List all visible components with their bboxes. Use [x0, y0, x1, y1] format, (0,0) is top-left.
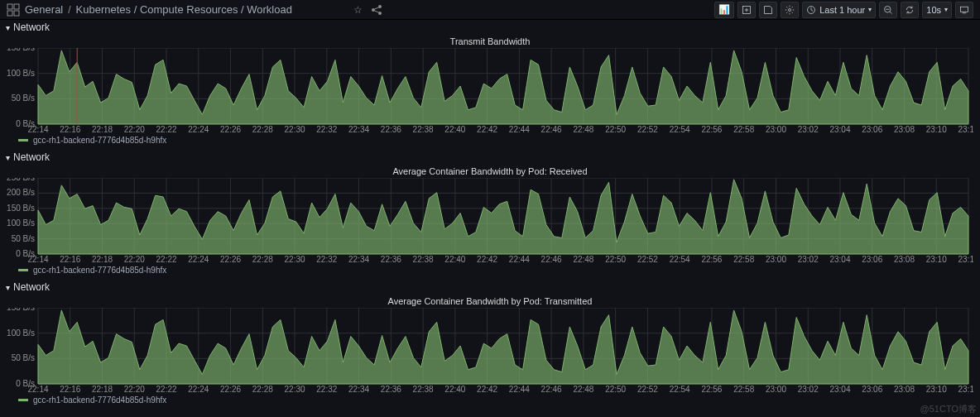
- tv-mode-button[interactable]: [955, 2, 973, 18]
- svg-text:22:24: 22:24: [188, 125, 209, 134]
- svg-text:22:30: 22:30: [285, 255, 305, 264]
- legend-series-name: gcc-rh1-backend-7776d4b85d-h9hfx: [33, 266, 166, 275]
- svg-text:22:38: 22:38: [413, 385, 434, 394]
- svg-text:50 B/s: 50 B/s: [12, 93, 35, 103]
- add-panel-button[interactable]: [737, 2, 756, 18]
- svg-text:22:26: 22:26: [220, 385, 241, 394]
- legend[interactable]: gcc-rh1-backend-7776d4b85d-h9hfx: [7, 134, 973, 148]
- legend-color-swatch: [18, 399, 28, 401]
- svg-text:22:42: 22:42: [477, 255, 497, 264]
- panel: Transmit Bandwidth150 B/s100 B/s50 B/s0 …: [0, 35, 980, 148]
- svg-text:22:32: 22:32: [316, 385, 337, 394]
- svg-text:22:14: 22:14: [27, 385, 48, 394]
- svg-text:22:18: 22:18: [92, 125, 113, 134]
- row-header[interactable]: ▾Network: [0, 280, 980, 295]
- svg-text:22:46: 22:46: [541, 125, 562, 134]
- svg-rect-0: [7, 4, 12, 9]
- svg-text:22:42: 22:42: [477, 125, 497, 134]
- svg-rect-1: [14, 4, 19, 9]
- row-header[interactable]: ▾Network: [0, 150, 980, 165]
- svg-text:23:10: 23:10: [926, 255, 947, 264]
- svg-text:22:14: 22:14: [27, 255, 48, 264]
- svg-text:23:02: 23:02: [798, 125, 819, 134]
- svg-line-15: [891, 12, 892, 13]
- zoom-out-button[interactable]: [879, 2, 897, 18]
- svg-rect-17: [961, 7, 968, 12]
- svg-text:22:24: 22:24: [188, 255, 209, 264]
- star-icon[interactable]: ☆: [352, 3, 365, 17]
- breadcrumb-root[interactable]: General: [25, 3, 63, 16]
- breadcrumb-current[interactable]: Kubernetes / Compute Resources / Workloa…: [76, 3, 292, 16]
- svg-text:22:48: 22:48: [573, 385, 593, 394]
- row-title: Network: [13, 22, 50, 33]
- svg-text:100 B/s: 100 B/s: [7, 328, 35, 338]
- svg-text:22:54: 22:54: [670, 385, 690, 394]
- save-button[interactable]: [759, 2, 777, 18]
- svg-point-12: [789, 8, 791, 11]
- svg-text:22:34: 22:34: [348, 385, 369, 394]
- refresh-interval-label: 10s: [926, 5, 941, 15]
- svg-text:22:16: 22:16: [60, 385, 80, 394]
- svg-text:22:36: 22:36: [381, 125, 401, 134]
- svg-text:22:44: 22:44: [509, 385, 530, 394]
- svg-text:22:18: 22:18: [92, 255, 113, 264]
- svg-text:22:24: 22:24: [188, 385, 209, 394]
- svg-text:22:30: 22:30: [285, 125, 305, 134]
- chart-svg[interactable]: 150 B/s100 B/s50 B/s0 B/s22:1422:1622:18…: [7, 308, 973, 394]
- svg-text:50 B/s: 50 B/s: [12, 353, 35, 362]
- svg-text:22:32: 22:32: [316, 125, 337, 134]
- svg-text:22:14: 22:14: [27, 125, 48, 134]
- svg-rect-3: [14, 11, 19, 16]
- svg-text:23:06: 23:06: [862, 255, 882, 264]
- svg-text:100 B/s: 100 B/s: [7, 69, 35, 78]
- panel-grid-icon[interactable]: [7, 3, 20, 17]
- chart-svg[interactable]: 150 B/s100 B/s50 B/s0 B/s22:1422:1622:18…: [7, 48, 973, 134]
- legend[interactable]: gcc-rh1-backend-7776d4b85d-h9hfx: [7, 394, 973, 408]
- svg-text:22:28: 22:28: [252, 255, 273, 264]
- chevron-down-icon: ▾: [6, 23, 10, 32]
- refresh-button[interactable]: [901, 2, 919, 18]
- svg-text:23:08: 23:08: [894, 385, 915, 394]
- svg-text:50 B/s: 50 B/s: [12, 234, 35, 243]
- svg-text:23:12: 23:12: [958, 125, 973, 134]
- chevron-down-icon: ▾: [6, 153, 10, 162]
- svg-text:22:16: 22:16: [60, 255, 80, 264]
- svg-text:23:10: 23:10: [926, 125, 947, 134]
- svg-line-8: [374, 11, 378, 12]
- svg-text:22:30: 22:30: [285, 385, 305, 394]
- legend-color-swatch: [18, 139, 28, 141]
- svg-text:22:34: 22:34: [348, 255, 369, 264]
- svg-text:22:40: 22:40: [444, 125, 465, 134]
- svg-text:23:08: 23:08: [894, 255, 915, 264]
- row-header[interactable]: ▾Network: [0, 20, 980, 35]
- svg-text:22:50: 22:50: [605, 125, 626, 134]
- svg-text:22:26: 22:26: [220, 255, 241, 264]
- svg-text:22:50: 22:50: [605, 385, 626, 394]
- svg-text:22:58: 22:58: [733, 385, 754, 394]
- svg-text:22:46: 22:46: [541, 385, 562, 394]
- svg-text:22:20: 22:20: [124, 255, 145, 264]
- chevron-down-icon: ▾: [6, 283, 10, 292]
- refresh-interval-button[interactable]: 10s ▾: [922, 2, 952, 18]
- panel-title: Average Container Bandwidth by Pod: Tran…: [7, 295, 973, 308]
- legend[interactable]: gcc-rh1-backend-7776d4b85d-h9hfx: [7, 264, 973, 278]
- row-title: Network: [13, 281, 50, 293]
- chart-svg[interactable]: 250 B/s200 B/s150 B/s100 B/s50 B/s0 B/s2…: [7, 178, 973, 264]
- settings-button[interactable]: [781, 2, 799, 18]
- share-icon[interactable]: [370, 3, 383, 17]
- svg-text:22:28: 22:28: [252, 385, 273, 394]
- svg-text:23:06: 23:06: [862, 385, 882, 394]
- legend-series-name: gcc-rh1-backend-7776d4b85d-h9hfx: [33, 136, 166, 145]
- time-range-button[interactable]: Last 1 hour ▾: [802, 2, 876, 18]
- svg-text:22:34: 22:34: [348, 125, 369, 134]
- svg-text:250 B/s: 250 B/s: [7, 178, 35, 182]
- graph-icon-button[interactable]: 📊: [714, 2, 734, 18]
- svg-text:23:00: 23:00: [766, 385, 786, 394]
- svg-text:22:52: 22:52: [637, 255, 658, 264]
- chevron-down-icon: ▾: [944, 6, 948, 13]
- svg-text:22:58: 22:58: [733, 125, 754, 134]
- svg-text:22:56: 22:56: [701, 125, 722, 134]
- svg-text:23:00: 23:00: [766, 255, 786, 264]
- svg-text:150 B/s: 150 B/s: [7, 308, 35, 312]
- panel: Average Container Bandwidth by Pod: Tran…: [0, 295, 980, 408]
